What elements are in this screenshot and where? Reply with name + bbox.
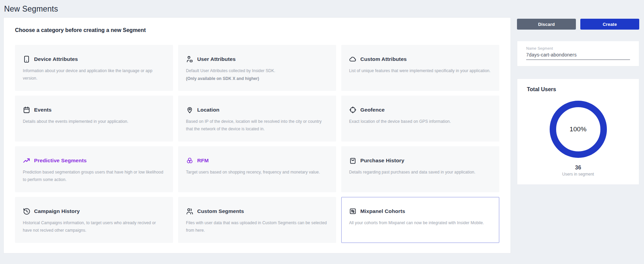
category-title: Mixpanel Cohorts <box>360 208 405 214</box>
category-description: Prediction based segmentation groups use… <box>23 169 166 183</box>
category-card-events[interactable]: Events Details about the events implemen… <box>15 96 173 142</box>
category-title: Purchase History <box>360 158 404 164</box>
cloud-icon <box>349 55 357 63</box>
category-description: Historical Campaigns information, to tar… <box>23 219 166 234</box>
category-title: Location <box>197 107 219 113</box>
category-title: Predictive Segments <box>34 158 87 164</box>
category-description: Based on IP of the device, location will… <box>186 118 329 133</box>
category-title: Custom Segments <box>197 208 244 214</box>
category-card-mixpanel-cohorts[interactable]: Mixpanel Cohorts All your cohorts from M… <box>341 197 499 243</box>
category-description: Exact location of the device based on GP… <box>349 118 492 126</box>
total-users-heading: Total Users <box>527 86 629 93</box>
category-description: Details regarding past purchases and dat… <box>349 169 492 176</box>
category-title: Custom Attributes <box>360 56 407 62</box>
category-card-predictive-segments[interactable]: Predictive Segments Prediction based seg… <box>15 146 173 192</box>
total-users-donut: 100% <box>550 101 607 158</box>
users-icon <box>186 208 193 215</box>
category-description: Files with user data that was uploaded i… <box>186 219 329 234</box>
category-card-geofence[interactable]: Geofence Exact location of the device ba… <box>341 96 499 142</box>
category-card-location[interactable]: Location Based on IP of the device, loca… <box>178 96 336 142</box>
page-title: New Segments <box>4 4 58 14</box>
category-description: Information about your device and applic… <box>23 67 166 82</box>
panel-heading: Choose a category before creating a new … <box>15 27 499 33</box>
category-card-custom-segments[interactable]: Custom Segments Files with user data tha… <box>178 197 336 243</box>
donut-percent-label: 100% <box>570 126 587 133</box>
category-grid: Device Attributes Information about your… <box>15 45 499 243</box>
device-icon <box>23 55 30 63</box>
discard-button[interactable]: Discard <box>517 19 576 30</box>
category-description: List of unique features that were implem… <box>349 67 492 75</box>
category-card-custom-attributes[interactable]: Custom Attributes List of unique feature… <box>341 45 499 91</box>
category-description: Target users based on shopping recency, … <box>186 169 329 176</box>
category-card-purchase-history[interactable]: Purchase History Details regarding past … <box>341 146 499 192</box>
name-segment-input[interactable] <box>526 50 630 60</box>
venn-circles-icon <box>186 157 193 164</box>
category-title: RFM <box>197 158 209 164</box>
calendar-icon <box>23 106 30 114</box>
category-title: Device Attributes <box>34 56 78 62</box>
category-card-rfm[interactable]: RFM Target users based on shopping recen… <box>178 146 336 192</box>
segment-sidebar: Discard Create Name Segment Total Users … <box>517 19 639 185</box>
category-title: Campaign History <box>34 208 80 214</box>
category-description: Default User Attributes collected by Ins… <box>186 67 329 75</box>
category-card-user-attributes[interactable]: User Attributes Default User Attributes … <box>178 45 336 91</box>
history-clock-icon <box>23 208 30 215</box>
category-card-campaign-history[interactable]: Campaign History Historical Campaigns in… <box>15 197 173 243</box>
category-description-note: (Only available on SDK X and higher) <box>186 75 329 83</box>
category-card-device-attributes[interactable]: Device Attributes Information about your… <box>15 45 173 91</box>
shopping-bag-icon <box>349 157 357 164</box>
users-count-caption: Users in segment <box>527 172 629 177</box>
category-title: Events <box>34 107 51 113</box>
users-count: 36 <box>527 165 629 171</box>
create-button[interactable]: Create <box>580 19 639 30</box>
category-title: User Attributes <box>197 56 236 62</box>
transfer-arrows-icon <box>349 208 357 215</box>
name-segment-panel: Name Segment <box>517 41 639 66</box>
category-description: Details about the events implemented in … <box>23 118 166 126</box>
geofence-icon <box>349 106 357 114</box>
category-description: All your cohorts from Mixpanel can now b… <box>349 219 492 227</box>
category-title: Geofence <box>360 107 384 113</box>
trending-up-icon <box>23 157 30 164</box>
segment-category-panel: Choose a category before creating a new … <box>3 17 511 253</box>
map-pin-icon <box>186 106 193 114</box>
total-users-panel: Total Users 100% 36 Users in segment <box>517 79 639 185</box>
user-attributes-icon <box>186 55 193 63</box>
name-segment-label: Name Segment <box>526 46 630 50</box>
